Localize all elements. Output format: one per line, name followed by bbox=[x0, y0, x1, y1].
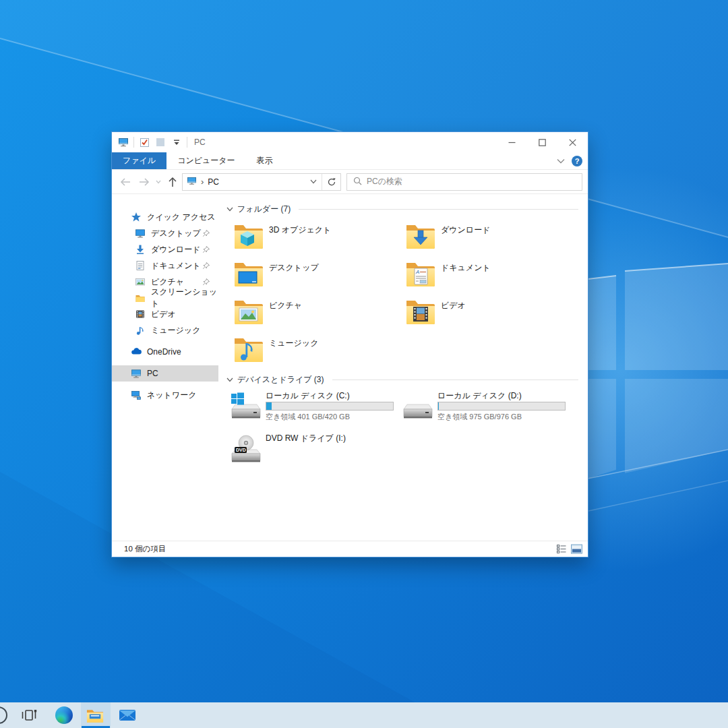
documents-icon bbox=[135, 260, 146, 271]
sidebar-item-quick-access[interactable]: クイック アクセス bbox=[112, 209, 218, 225]
folder-item-downloads[interactable]: ダウンロード bbox=[405, 220, 577, 258]
tab-view[interactable]: 表示 bbox=[246, 152, 284, 169]
3d-objects-folder-icon bbox=[233, 222, 263, 251]
sidebar-item-downloads[interactable]: ダウンロード bbox=[112, 241, 218, 257]
minimize-button[interactable] bbox=[497, 132, 527, 152]
folder-item-3d-objects[interactable]: 3D オブジェクト bbox=[233, 220, 405, 258]
sidebar-item-desktop[interactable]: デスクトップ bbox=[112, 225, 218, 241]
quick-access-toolbar: PC bbox=[117, 136, 206, 148]
pin-icon bbox=[202, 278, 210, 286]
folders-section-header[interactable]: フォルダー (7) bbox=[226, 204, 581, 214]
divider bbox=[133, 137, 134, 148]
breadcrumb[interactable]: PC bbox=[208, 177, 219, 187]
collapse-chevron-icon bbox=[226, 377, 233, 382]
close-button[interactable] bbox=[557, 132, 588, 152]
taskbar bbox=[0, 702, 728, 728]
sidebar-item-network[interactable]: ネットワーク bbox=[112, 387, 218, 403]
navigation-bar: › PC PCの検索 bbox=[112, 170, 588, 194]
titlebar: PC bbox=[112, 132, 588, 152]
tab-computer[interactable]: コンピューター bbox=[166, 152, 245, 169]
pc-icon bbox=[131, 368, 142, 379]
folder-item-desktop[interactable]: デスクトップ bbox=[233, 258, 405, 296]
window-title: PC bbox=[194, 138, 206, 147]
drives-section-header[interactable]: デバイスとドライブ (3) bbox=[226, 374, 581, 385]
forward-button[interactable] bbox=[135, 173, 154, 191]
onedrive-cloud-icon bbox=[131, 346, 142, 357]
details-view-icon[interactable] bbox=[556, 544, 567, 554]
search-placeholder: PCの検索 bbox=[367, 176, 402, 187]
pc-icon bbox=[187, 177, 197, 187]
section-rule bbox=[299, 209, 578, 210]
drive-item-c[interactable]: ローカル ディスク (C:) 空き領域 401 GB/420 GB bbox=[230, 391, 402, 433]
file-explorer-window: PC ファイル コンピューター 表示 bbox=[111, 131, 588, 557]
sidebar-item-music[interactable]: ミュージック bbox=[112, 322, 218, 338]
music-icon bbox=[135, 325, 146, 336]
new-item-icon[interactable] bbox=[154, 136, 166, 148]
divider bbox=[187, 137, 187, 148]
dvd-drive-icon: DVD bbox=[230, 433, 262, 464]
desktop-folder-icon bbox=[233, 260, 263, 289]
videos-folder-icon bbox=[405, 297, 435, 327]
network-icon bbox=[131, 390, 142, 400]
pictures-icon bbox=[135, 276, 146, 287]
task-view-icon[interactable] bbox=[20, 706, 38, 724]
desktop: PC ファイル コンピューター 表示 bbox=[0, 0, 728, 728]
drive-item-d[interactable]: ローカル ディスク (D:) 空き領域 975 GB/976 GB bbox=[402, 391, 574, 433]
item-count: 10 個の項目 bbox=[124, 544, 166, 554]
file-explorer-icon[interactable] bbox=[86, 706, 104, 724]
sidebar-item-pc[interactable]: PC bbox=[112, 365, 218, 382]
capacity-bar bbox=[266, 402, 394, 411]
up-button[interactable] bbox=[163, 173, 182, 191]
navigation-pane: クイック アクセス デスクトップ ダウンロード ドキュメント bbox=[112, 194, 218, 541]
sidebar-item-documents[interactable]: ドキュメント bbox=[112, 257, 218, 274]
pictures-folder-icon bbox=[233, 297, 263, 327]
downloads-folder-icon bbox=[405, 222, 435, 251]
qat-dropdown-icon[interactable] bbox=[171, 136, 183, 148]
properties-check-icon[interactable] bbox=[138, 136, 150, 148]
edge-icon[interactable] bbox=[55, 706, 73, 724]
ribbon-tab-bar: ファイル コンピューター 表示 ? bbox=[112, 152, 588, 170]
search-input[interactable]: PCの検索 bbox=[346, 173, 582, 191]
items-view: フォルダー (7) 3D オブジェクト ダウンロード bbox=[218, 194, 588, 541]
music-folder-icon bbox=[233, 335, 263, 365]
large-thumbnail-view-icon[interactable] bbox=[571, 544, 582, 554]
address-bar[interactable]: › PC bbox=[182, 173, 341, 191]
breadcrumb-separator: › bbox=[200, 177, 205, 187]
section-rule bbox=[332, 380, 578, 380]
folder-item-videos[interactable]: ビデオ bbox=[405, 296, 577, 334]
folder-item-documents[interactable]: A ドキュメント bbox=[405, 258, 577, 296]
hdd-icon bbox=[402, 391, 434, 422]
videos-icon bbox=[135, 309, 146, 320]
status-bar: 10 個の項目 bbox=[112, 541, 588, 557]
pin-icon bbox=[202, 229, 210, 237]
address-dropdown-icon[interactable] bbox=[305, 179, 322, 184]
capacity-fill bbox=[266, 402, 272, 410]
window-controls bbox=[497, 132, 588, 152]
cortana-icon[interactable] bbox=[0, 706, 7, 724]
folder-item-music[interactable]: ミュージック bbox=[233, 334, 405, 371]
sidebar-item-screenshots[interactable]: スクリーンショット bbox=[112, 290, 218, 306]
mail-icon[interactable] bbox=[119, 706, 136, 724]
desktop-icon bbox=[135, 228, 146, 239]
pin-icon bbox=[202, 262, 210, 270]
sidebar-item-videos[interactable]: ビデオ bbox=[112, 306, 218, 322]
svg-text:A: A bbox=[415, 269, 419, 275]
recent-locations-icon[interactable] bbox=[154, 173, 163, 191]
documents-folder-icon: A bbox=[405, 260, 435, 289]
back-button[interactable] bbox=[116, 173, 135, 191]
folder-item-pictures[interactable]: ピクチャ bbox=[233, 296, 405, 334]
search-icon bbox=[353, 177, 362, 187]
expand-ribbon-icon[interactable] bbox=[557, 156, 565, 166]
hdd-windows-icon bbox=[230, 391, 262, 422]
folder-icon bbox=[135, 293, 146, 303]
quick-access-star-icon bbox=[131, 212, 142, 222]
pin-icon bbox=[202, 245, 210, 253]
folders-grid: 3D オブジェクト ダウンロード デスクトップ A ド bbox=[233, 220, 581, 371]
tab-file[interactable]: ファイル bbox=[112, 152, 166, 169]
drive-item-dvd[interactable]: DVD DVD RW ドライブ (I:) bbox=[230, 433, 402, 476]
sidebar-item-onedrive[interactable]: OneDrive bbox=[112, 344, 218, 360]
collapse-chevron-icon bbox=[226, 207, 233, 212]
maximize-button[interactable] bbox=[527, 132, 557, 152]
help-icon[interactable]: ? bbox=[572, 156, 582, 166]
refresh-icon[interactable] bbox=[322, 174, 340, 190]
